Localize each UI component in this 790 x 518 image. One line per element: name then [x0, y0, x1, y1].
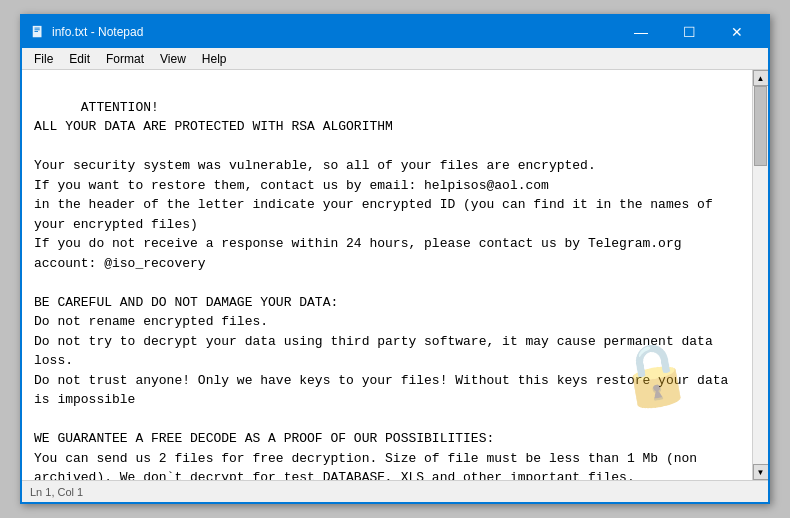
ransom-note-text: ATTENTION! ALL YOUR DATA ARE PROTECTED W…: [34, 100, 728, 481]
title-bar: info.txt - Notepad — ☐ ✕: [22, 16, 768, 48]
text-editor[interactable]: ATTENTION! ALL YOUR DATA ARE PROTECTED W…: [22, 70, 752, 480]
window-title: info.txt - Notepad: [52, 25, 618, 39]
scroll-track[interactable]: [753, 86, 768, 464]
svg-rect-2: [35, 29, 40, 30]
notepad-icon: [30, 24, 46, 40]
cursor-position: Ln 1, Col 1: [30, 486, 83, 498]
menu-view[interactable]: View: [152, 50, 194, 68]
notepad-window: info.txt - Notepad — ☐ ✕ File Edit Forma…: [20, 14, 770, 504]
scrollbar[interactable]: ▲ ▼: [752, 70, 768, 480]
svg-rect-3: [35, 31, 39, 32]
scroll-thumb[interactable]: [754, 86, 767, 166]
svg-rect-1: [35, 28, 40, 29]
content-area: ATTENTION! ALL YOUR DATA ARE PROTECTED W…: [22, 70, 768, 480]
minimize-button[interactable]: —: [618, 18, 664, 46]
scroll-up-button[interactable]: ▲: [753, 70, 769, 86]
maximize-button[interactable]: ☐: [666, 18, 712, 46]
menu-edit[interactable]: Edit: [61, 50, 98, 68]
status-bar: Ln 1, Col 1: [22, 480, 768, 502]
window-controls: — ☐ ✕: [618, 18, 760, 46]
menu-bar: File Edit Format View Help: [22, 48, 768, 70]
close-button[interactable]: ✕: [714, 18, 760, 46]
menu-file[interactable]: File: [26, 50, 61, 68]
menu-format[interactable]: Format: [98, 50, 152, 68]
menu-help[interactable]: Help: [194, 50, 235, 68]
scroll-down-button[interactable]: ▼: [753, 464, 769, 480]
